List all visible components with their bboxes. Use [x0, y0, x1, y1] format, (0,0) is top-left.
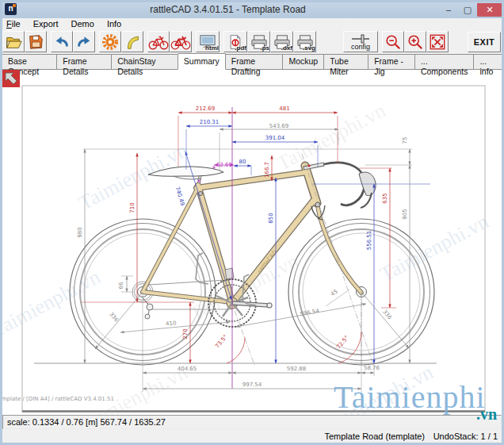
- zoom-out-button[interactable]: [382, 31, 404, 52]
- redo-icon: [75, 33, 93, 51]
- dim-saddle-to-bar: 543.69: [269, 123, 289, 129]
- dim-fork-rake: 45: [330, 289, 339, 298]
- zoom-out-icon: [384, 33, 402, 51]
- undo-button[interactable]: [51, 31, 73, 52]
- zoom-fit-button[interactable]: [426, 31, 449, 52]
- redo-button[interactable]: [73, 31, 95, 52]
- tab-frame-drafting[interactable]: Frame Drafting: [225, 54, 284, 69]
- close-button[interactable]: ✕: [477, 3, 502, 17]
- open-button[interactable]: [2, 31, 25, 52]
- menu-info[interactable]: Info: [101, 19, 128, 29]
- dim-setback2: 210.31: [200, 119, 220, 125]
- tab-mockup[interactable]: Mockup: [282, 54, 324, 69]
- bike-frame-button[interactable]: [170, 31, 192, 52]
- dim-bb-height: 270: [182, 328, 189, 339]
- export-dxf-button[interactable]: .dxf: [270, 31, 293, 52]
- zoom-in-icon: [407, 33, 424, 51]
- toolbar: html .pdf .ps .dxf .svg config EXIT: [0, 29, 504, 54]
- construction-lines: [34, 107, 437, 392]
- dim-hanger: 66: [118, 282, 124, 289]
- dim-bar-above-axle: 635: [382, 193, 388, 203]
- maximize-button[interactable]: ▢: [458, 3, 477, 17]
- html-label: html: [205, 45, 219, 52]
- export-html-button[interactable]: html: [196, 31, 220, 52]
- export-pdf-button[interactable]: .pdf: [223, 31, 247, 52]
- app-icon: n: [5, 3, 17, 15]
- dim-head-len: 166.7: [264, 162, 270, 178]
- dim-stem-len: 80: [239, 159, 246, 165]
- gear-icon: [101, 33, 120, 52]
- pdf-label: .pdf: [235, 45, 246, 52]
- dim-rear-center: 404.65: [178, 366, 197, 372]
- bottom-bar: Template Road (template) UndoStack: 1 / …: [0, 429, 504, 443]
- status-bar: scale: 0.1334 / 0.76 [m] 567.74 / 1635.2…: [2, 415, 502, 429]
- tab-info[interactable]: ... info: [473, 54, 504, 69]
- dim-front-center-diag: 596.54: [300, 308, 320, 317]
- tab-base-concept[interactable]: Base Concept: [2, 54, 57, 69]
- dim-saddle-above-bb: 710: [129, 202, 136, 213]
- bike-icon: [148, 33, 169, 51]
- bicycle-drawing: Template Road / template / [DIN A4] / ra…: [2, 70, 491, 415]
- dim-saddle-setback: 212.69: [196, 105, 216, 112]
- undo-stack-status: UndoStack: 1 / 1: [433, 432, 498, 441]
- pan-control[interactable]: [2, 70, 20, 87]
- title-bar: n rattleCAD 3.4.01.51 - Template Road – …: [0, 0, 504, 18]
- tab-summary[interactable]: Summary: [178, 53, 226, 70]
- dim-seat-angle: 73.5°: [214, 334, 228, 350]
- bike-view-button[interactable]: [147, 31, 170, 52]
- dim-wheelbase: 997.54: [242, 382, 262, 388]
- dim-seat-tube-line: 740.49: [174, 186, 186, 207]
- window-title: rattleCAD 3.4.01.51 - Template Road: [17, 4, 439, 15]
- rebuild-button[interactable]: [99, 31, 121, 52]
- dim-bb-to-bar: 481: [279, 105, 289, 112]
- tab-bar: Base Concept Frame Details ChainStay Det…: [0, 54, 504, 70]
- dim-bar-total: 905: [402, 209, 408, 219]
- export-svg-button[interactable]: .svg: [293, 31, 316, 52]
- title-block: Template Road / template / [DIN A4] / ra…: [2, 396, 114, 402]
- sheet-frame: Template Road / template / [DIN A4] / ra…: [2, 86, 485, 412]
- drawing-canvas[interactable]: Template Road / template / [DIN A4] / ra…: [2, 70, 491, 415]
- dim-chainstay: 410: [166, 320, 177, 327]
- dim-head-angle: 72.5°: [335, 335, 349, 351]
- tab-frame-details[interactable]: Frame Details: [56, 54, 112, 69]
- dim-standover: 850: [268, 213, 274, 223]
- dim-wheel-radius-front: 336: [381, 309, 393, 321]
- menu-bar: File Export Demo Info: [0, 18, 504, 30]
- undo-icon: [53, 33, 71, 51]
- menu-file[interactable]: File: [0, 19, 27, 29]
- menu-demo[interactable]: Demo: [65, 19, 101, 29]
- export-ps-button[interactable]: .ps: [247, 31, 270, 52]
- svg-label: .svg: [303, 45, 315, 52]
- scale-readout: scale: 0.1334 / 0.76 [m] 567.74 / 1635.2…: [7, 417, 166, 427]
- tab-components[interactable]: ... Components: [414, 54, 475, 69]
- menu-export[interactable]: Export: [27, 19, 65, 29]
- tube-button[interactable]: [121, 31, 143, 52]
- exit-button[interactable]: EXIT: [468, 32, 501, 52]
- dim-reach: 391.04: [265, 135, 285, 141]
- tab-chainstay-details[interactable]: ChainStay Details: [111, 54, 178, 69]
- tab-frame-jig[interactable]: Frame - Jig: [368, 54, 415, 69]
- dim-trail: 58.76: [364, 365, 380, 371]
- zoom-in-button[interactable]: [404, 31, 426, 52]
- tube-icon: [124, 33, 141, 51]
- downtube-logo: rattleCAD: [257, 249, 278, 274]
- config-label: config: [351, 44, 370, 51]
- config-button[interactable]: config: [343, 31, 378, 52]
- ps-label: .ps: [260, 45, 269, 52]
- open-folder-icon: [5, 33, 22, 51]
- bike-frame-icon: [170, 33, 191, 51]
- dim-drop-small: 62.69: [216, 162, 232, 168]
- dim-bar-height: 556.51: [366, 231, 372, 251]
- dxf-label: .dxf: [281, 45, 292, 52]
- save-button[interactable]: [25, 31, 47, 52]
- minimize-button[interactable]: –: [439, 3, 458, 17]
- dim-saddle-height-total: 980: [77, 227, 83, 237]
- fit-view-icon: [429, 33, 446, 51]
- dim-bar-drop-top: 75: [402, 137, 408, 144]
- tab-tube-miter[interactable]: Tube Miter: [323, 54, 368, 69]
- dim-front-center: 592.88: [287, 366, 307, 372]
- template-status: Template Road (template): [324, 432, 425, 441]
- dimension-lines: [85, 113, 410, 389]
- save-icon: [27, 33, 44, 51]
